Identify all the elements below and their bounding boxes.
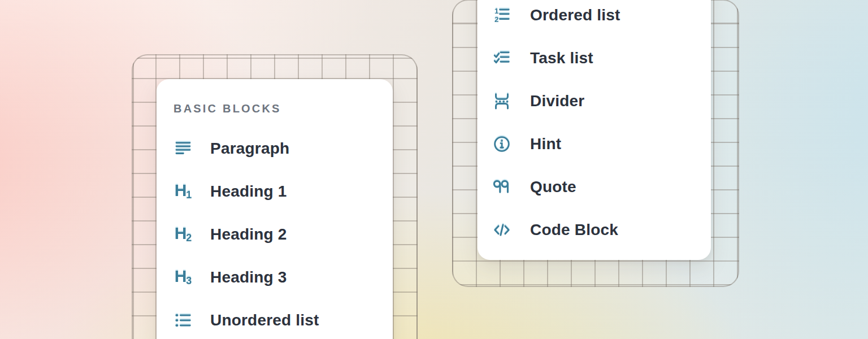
quote-icon [492, 177, 512, 197]
task-list-icon [492, 48, 512, 68]
heading-3-icon: H3 [173, 267, 193, 288]
menu-item-label: Heading 1 [210, 182, 287, 201]
menu-item-unordered-list[interactable]: Unordered list [157, 299, 393, 339]
menu-item-label: Divider [530, 92, 584, 110]
menu-item-hint[interactable]: Hint [478, 123, 711, 166]
paragraph-icon [173, 138, 193, 159]
menu-item-label: Code Block [530, 221, 618, 239]
menu-item-quote[interactable]: Quote [478, 166, 711, 208]
menu-item-heading-3[interactable]: H3 Heading 3 [157, 256, 393, 299]
hint-icon [492, 134, 512, 154]
heading-2-icon: H2 [173, 224, 193, 245]
menu-item-paragraph[interactable]: Paragraph [157, 127, 393, 170]
blocks-menu-continued: 1 2 Ordered list Task list [478, 0, 711, 260]
menu-item-divider[interactable]: Divider [478, 80, 711, 123]
basic-blocks-list: Paragraph H1 Heading 1 H2 Heading 2 H3 H… [157, 127, 393, 339]
menu-item-heading-1[interactable]: H1 Heading 1 [157, 170, 393, 213]
heading-1-icon: H1 [173, 181, 193, 202]
menu-item-label: Heading 3 [210, 268, 287, 286]
menu-item-label: Ordered list [530, 6, 620, 24]
ordered-list-icon: 1 2 [492, 5, 512, 25]
menu-item-label: Hint [530, 135, 561, 153]
unordered-list-icon [173, 310, 193, 331]
menu-item-ordered-list[interactable]: 1 2 Ordered list [478, 0, 711, 37]
menu-item-task-list[interactable]: Task list [478, 37, 711, 80]
menu-item-label: Paragraph [210, 140, 289, 158]
blocks-list: 1 2 Ordered list Task list [478, 0, 711, 251]
menu-item-label: Quote [530, 178, 576, 196]
basic-blocks-menu: BASIC BLOCKS Paragraph H1 Heading 1 H2 [157, 79, 393, 339]
svg-text:1: 1 [494, 7, 499, 15]
divider-icon [492, 91, 512, 111]
menu-item-label: Heading 2 [210, 225, 287, 244]
menu-item-label: Unordered list [210, 311, 319, 329]
menu-item-code-block[interactable]: Code Block [478, 208, 711, 251]
svg-text:2: 2 [494, 15, 498, 24]
basic-blocks-title: BASIC BLOCKS [173, 103, 393, 114]
menu-item-label: Task list [530, 49, 593, 67]
code-block-icon [492, 220, 512, 240]
menu-item-heading-2[interactable]: H2 Heading 2 [157, 213, 393, 256]
